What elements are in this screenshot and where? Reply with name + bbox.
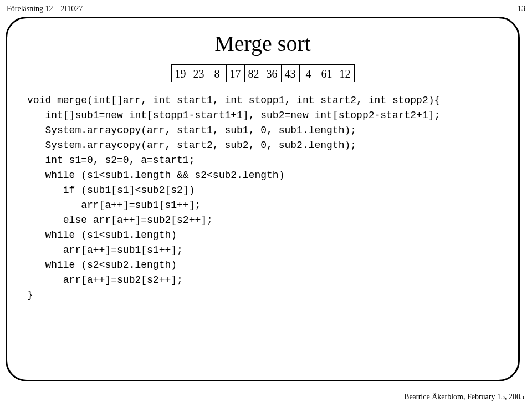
array-cell: 4: [299, 64, 318, 82]
code-line: }: [27, 289, 33, 301]
array-cell: 12: [336, 64, 355, 82]
slide-content: Merge sort 19 23 8 17 82 36 43 4 61 12 v…: [9, 30, 516, 388]
slide-frame: Merge sort 19 23 8 17 82 36 43 4 61 12 v…: [6, 17, 520, 381]
array-cell: 82: [244, 64, 263, 82]
code-line: arr[a++]=sub2[s2++];: [27, 274, 183, 286]
array-cell: 61: [318, 64, 336, 82]
array-cell: 19: [171, 64, 190, 82]
code-line: System.arraycopy(arr, start2, sub2, 0, s…: [27, 140, 356, 151]
code-line: int s1=0, s2=0, a=start1;: [27, 155, 195, 166]
array-cell: 43: [281, 64, 300, 82]
array-cell: 17: [226, 64, 245, 82]
header-left: Föreläsning 12 – 2I1027: [7, 4, 83, 13]
code-line: int[]sub1=new int[stopp1-start1+1], sub2…: [27, 110, 440, 121]
number-row: 19 23 8 17 82 36 43 4 61 12: [9, 64, 516, 82]
code-line: while (s1<sub1.length): [27, 230, 177, 241]
slide-header: Föreläsning 12 – 2I1027 13: [7, 4, 525, 13]
array-cell: 8: [208, 64, 227, 82]
page-number: 13: [518, 4, 525, 13]
code-line: if (sub1[s1]<sub2[s2]): [27, 185, 195, 196]
code-line: while (s1<sub1.length && s2<sub2.length): [27, 170, 284, 181]
code-line: arr[a++]=sub1[s1++];: [27, 200, 201, 211]
slide-footer: Beatrice Åkerblom, February 15, 2005: [404, 393, 524, 401]
code-line: void merge(int[]arr, int start1, int sto…: [27, 95, 440, 106]
code-line: while (s2<sub2.length): [27, 260, 177, 271]
array-cell: 36: [263, 64, 282, 82]
code-line: else arr[a++]=sub2[s2++];: [27, 215, 213, 226]
code-line: arr[a++]=sub1[s1++];: [27, 245, 183, 256]
array-cell: 23: [190, 64, 208, 82]
code-block: void merge(int[]arr, int start1, int sto…: [27, 93, 516, 303]
slide-title: Merge sort: [9, 30, 516, 57]
code-line: System.arraycopy(arr, start1, sub1, 0, s…: [27, 125, 356, 136]
